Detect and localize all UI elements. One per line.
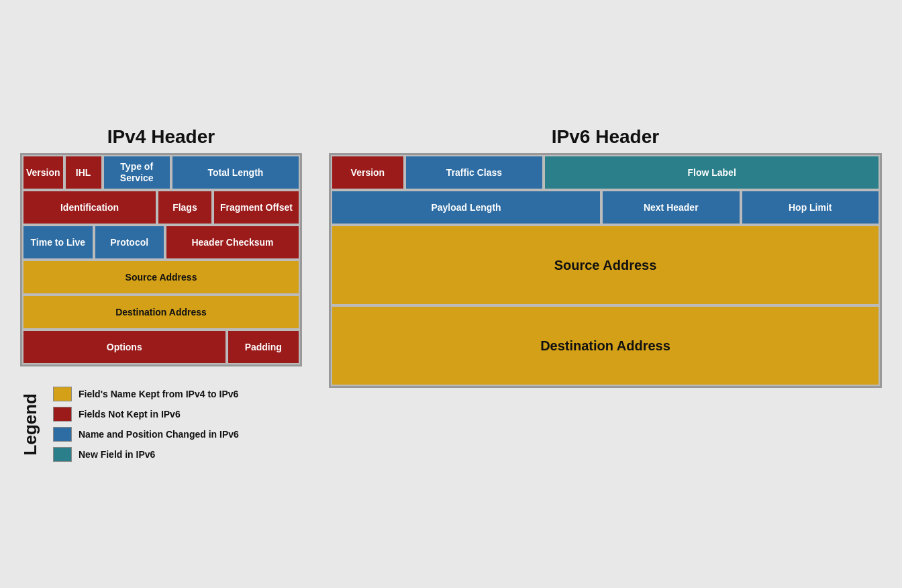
table-row: Payload LengthNext HeaderHop Limit: [331, 190, 880, 225]
table-cell: IHL: [64, 155, 103, 190]
legend-section: Legend Field's Name Kept from IPv4 to IP…: [20, 387, 302, 462]
legend-label: Name and Position Changed in IPv6: [79, 429, 239, 440]
table-row: OptionsPadding: [22, 330, 300, 364]
table-cell: Options: [22, 330, 227, 364]
legend-title: Legend: [20, 393, 41, 455]
left-panel: IPv4 Header VersionIHLType of ServiceTot…: [20, 126, 302, 462]
table-row: Destination Address: [22, 295, 300, 330]
legend-items: Field's Name Kept from IPv4 to IPv6Field…: [53, 387, 239, 462]
legend-color-box: [53, 407, 72, 422]
table-row: IdentificationFlagsFragment Offset: [22, 190, 300, 225]
legend-color-box: [53, 447, 72, 462]
table-cell: Type of Service: [103, 155, 171, 190]
table-cell: Identification: [22, 190, 157, 225]
table-cell: Protocol: [94, 225, 166, 260]
table-cell: Traffic Class: [405, 155, 544, 190]
table-cell: Source Address: [22, 260, 300, 295]
legend-item: Fields Not Kept in IPv6: [53, 407, 239, 422]
table-row: Source Address: [331, 225, 880, 305]
table-cell: Time to Live: [22, 225, 94, 260]
ipv4-title: IPv4 Header: [20, 126, 302, 148]
legend-label: New Field in IPv6: [79, 449, 155, 460]
ipv6-title: IPv6 Header: [329, 126, 882, 148]
legend-label: Field's Name Kept from IPv4 to IPv6: [79, 389, 238, 399]
table-row: VersionIHLType of ServiceTotal Length: [22, 155, 300, 190]
table-row: VersionTraffic ClassFlow Label: [331, 155, 880, 190]
table-cell: Hop Limit: [741, 190, 881, 225]
table-cell: Fragment Offset: [213, 190, 300, 225]
table-cell: Destination Address: [22, 295, 300, 330]
table-cell: Next Header: [601, 190, 741, 225]
table-cell: Version: [331, 155, 405, 190]
legend-color-box: [53, 387, 72, 401]
right-panel: IPv6 Header VersionTraffic ClassFlow Lab…: [329, 126, 882, 388]
legend-label: Fields Not Kept in IPv6: [79, 409, 181, 420]
table-cell: Destination Address: [331, 305, 880, 386]
ipv6-table: VersionTraffic ClassFlow LabelPayload Le…: [329, 153, 882, 388]
table-row: Time to LiveProtocolHeader Checksum: [22, 225, 300, 260]
table-cell: Flags: [157, 190, 213, 225]
main-container: IPv4 Header VersionIHLType of ServiceTot…: [0, 113, 902, 475]
legend-item: Field's Name Kept from IPv4 to IPv6: [53, 387, 239, 401]
table-cell: Total Length: [171, 155, 300, 190]
table-cell: Payload Length: [331, 190, 601, 225]
table-row: Source Address: [22, 260, 300, 295]
ipv4-table: VersionIHLType of ServiceTotal LengthIde…: [20, 153, 302, 366]
table-cell: Source Address: [331, 225, 880, 305]
table-cell: Flow Label: [544, 155, 880, 190]
table-cell: Padding: [227, 330, 301, 364]
table-cell: Version: [22, 155, 64, 190]
legend-item: New Field in IPv6: [53, 447, 239, 462]
legend-color-box: [53, 427, 72, 442]
table-cell: Header Checksum: [165, 225, 300, 260]
legend-item: Name and Position Changed in IPv6: [53, 427, 239, 442]
table-row: Destination Address: [331, 305, 880, 386]
